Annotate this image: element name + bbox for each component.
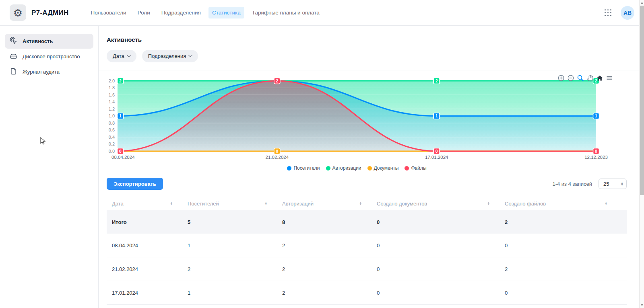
scroll-up-icon[interactable] [641, 2, 643, 4]
svg-text:1.8: 1.8 [109, 85, 115, 90]
legend-item-Посетители[interactable]: Посетители [287, 165, 320, 171]
vertical-scrollbar[interactable] [639, 0, 644, 308]
point-label-Посетители-0: 1 [118, 113, 124, 119]
page-size-select[interactable]: 25 ▲▼ [599, 179, 627, 189]
svg-text:0.6: 0.6 [109, 127, 115, 132]
point-label-Документы-1: 0 [274, 148, 280, 154]
svg-text:0.2: 0.2 [109, 142, 115, 146]
table-row-2[interactable]: 17.01.20241200 [107, 281, 627, 305]
point-label-Авторизации-0: 2 [118, 78, 124, 84]
top-bar: ⚙ Р7-АДМИН ПользователиРолиПодразделения… [0, 0, 644, 26]
svg-text:0.0: 0.0 [109, 149, 115, 154]
avatar[interactable]: АВ [621, 6, 634, 20]
activity-table: Дата▲▼Посетителей▲▼Авторизаций▲▼Создано … [107, 197, 627, 305]
main-nav: ПользователиРолиПодразделенияСтатистикаТ… [87, 7, 323, 18]
svg-text:1: 1 [436, 113, 438, 118]
apps-grid-icon[interactable] [605, 9, 612, 16]
svg-text:2: 2 [119, 78, 122, 83]
stepper-arrows-icon[interactable]: ▲▼ [621, 182, 623, 186]
legend-dot-icon [405, 166, 409, 170]
svg-text:1.0: 1.0 [109, 113, 115, 118]
export-button[interactable]: Экспортировать [107, 178, 163, 190]
column-header-4[interactable]: Создано файлов▲▼ [500, 201, 627, 207]
svg-text:1: 1 [595, 113, 597, 118]
point-label-Авторизации-2: 2 [433, 78, 440, 84]
sort-icon[interactable]: ▲▼ [359, 202, 362, 205]
table-row-0[interactable]: 08.04.20241200 [107, 234, 627, 257]
x-label: 12.12.2023 [584, 155, 608, 160]
scrollbar-thumb[interactable] [640, 6, 644, 195]
legend-item-Авторизации[interactable]: Авторизации [326, 165, 361, 171]
app-title: Р7-АДМИН [31, 9, 69, 17]
point-label-Посетители-3: 1 [593, 113, 599, 119]
svg-text:0: 0 [595, 149, 597, 154]
sidebar: АктивностьДисковое пространствоЖурнал ау… [0, 26, 99, 308]
app-logo: ⚙ [10, 4, 26, 21]
sidebar-item-label: Журнал аудита [23, 69, 60, 75]
activity-chart[interactable]: 2.01.81.61.41.21.00.80.60.40.20.008.04.2… [107, 72, 622, 166]
column-header-3[interactable]: Создано документов▲▼ [372, 201, 500, 207]
svg-text:0: 0 [436, 149, 438, 154]
svg-text:0: 0 [276, 149, 278, 154]
table-row-1[interactable]: 21.02.20242202 [107, 257, 627, 281]
legend-item-Документы[interactable]: Документы [367, 165, 399, 171]
svg-text:0.4: 0.4 [109, 135, 115, 140]
legend-item-Файлы[interactable]: Файлы [405, 165, 426, 171]
records-count: 1-4 из 4 записей [552, 181, 592, 187]
column-header-0[interactable]: Дата▲▼ [107, 201, 182, 207]
nav-item-4[interactable]: Тарифные планы и оплата [248, 7, 323, 18]
home-icon[interactable] [596, 74, 603, 82]
svg-text:1: 1 [119, 113, 122, 118]
table-total-row: Итого5802 [107, 210, 627, 234]
zoom-in-icon[interactable] [557, 74, 565, 82]
zoom-out-icon[interactable] [567, 74, 574, 82]
filter-0[interactable]: Дата [107, 50, 136, 62]
svg-text:1.4: 1.4 [109, 99, 115, 104]
table-header-row: Дата▲▼Посетителей▲▼Авторизаций▲▼Создано … [107, 197, 627, 210]
point-label-Файлы-0: 0 [118, 148, 124, 154]
svg-text:1.6: 1.6 [109, 92, 115, 97]
pan-icon[interactable] [586, 74, 594, 82]
x-label: 08.04.2024 [111, 155, 135, 160]
svg-text:1.2: 1.2 [109, 107, 115, 111]
sort-icon[interactable]: ▲▼ [170, 202, 173, 205]
filters-row: ДатаПодразделения [107, 50, 627, 62]
sidebar-item-label: Дисковое пространство [23, 53, 80, 60]
point-label-Файлы-2: 0 [433, 148, 440, 154]
nav-item-3[interactable]: Статистика [208, 7, 244, 18]
scroll-down-icon[interactable] [641, 304, 643, 306]
sort-icon[interactable]: ▲▼ [265, 202, 267, 205]
column-header-1[interactable]: Посетителей▲▼ [182, 201, 277, 207]
nav-item-1[interactable]: Роли [134, 7, 154, 18]
activity-chart-section: 2.01.81.61.41.21.00.80.60.40.20.008.04.2… [107, 72, 627, 176]
page-size-value: 25 [603, 181, 609, 187]
x-label: 17.01.2024 [425, 155, 448, 160]
hard-drive-icon [10, 52, 17, 61]
selection-zoom-icon[interactable] [576, 74, 584, 82]
legend-dot-icon [287, 166, 291, 170]
svg-text:2: 2 [276, 78, 278, 83]
chart-legend: ПосетителиАвторизацииДокументыФайлы [107, 165, 607, 171]
gear-icon: ⚙ [13, 8, 23, 18]
page-title: Активность [107, 36, 627, 43]
menu-icon[interactable] [605, 74, 613, 82]
point-label-Посетители-2: 1 [433, 113, 440, 119]
chevron-down-icon [188, 53, 193, 57]
nav-item-0[interactable]: Пользователи [87, 7, 130, 18]
sidebar-item-label: Активность [23, 38, 53, 44]
point-label-Файлы-1: 2 [274, 78, 280, 84]
activity-click-icon [10, 37, 17, 46]
document-icon [10, 68, 17, 76]
svg-text:2: 2 [436, 78, 438, 83]
column-header-2[interactable]: Авторизаций▲▼ [277, 201, 372, 207]
sidebar-item-2[interactable]: Журнал аудита [5, 64, 93, 79]
filter-1[interactable]: Подразделения [142, 50, 198, 62]
point-label-Файлы-3: 0 [593, 148, 599, 154]
svg-text:0.8: 0.8 [109, 121, 115, 125]
sort-icon[interactable]: ▲▼ [605, 202, 607, 205]
sidebar-item-1[interactable]: Дисковое пространство [5, 49, 93, 64]
legend-dot-icon [367, 166, 372, 170]
nav-item-2[interactable]: Подразделения [158, 7, 204, 18]
sidebar-item-0[interactable]: Активность [5, 34, 93, 49]
sort-icon[interactable]: ▲▼ [487, 202, 490, 205]
